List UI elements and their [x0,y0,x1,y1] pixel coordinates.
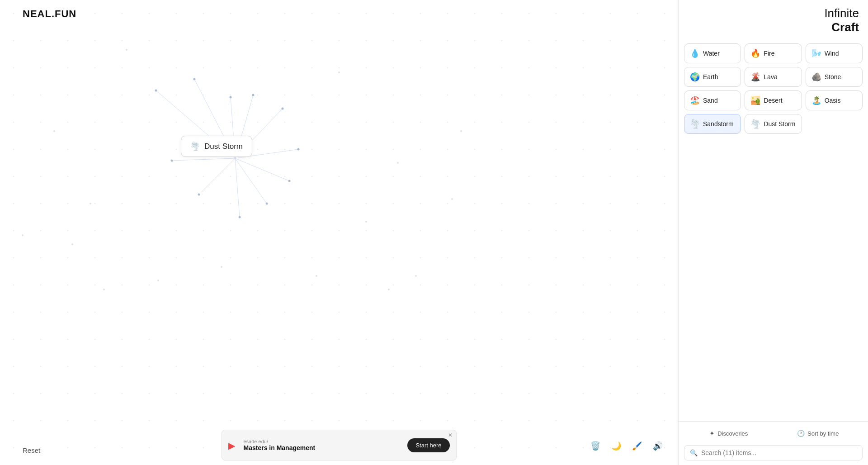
element-btn-oasis[interactable]: 🏝️Oasis [806,90,863,110]
elements-grid: 💧Water🔥Fire🌬️Wind🌍Earth🌋Lava🪨Stone🏖️Sand… [679,39,868,421]
dust-storm-emoji: 🌪️ [190,142,200,151]
svg-point-36 [460,130,462,132]
sidebar: Infinite Craft 💧Water🔥Fire🌬️Wind🌍Earth🌋L… [678,0,868,465]
canvas-area[interactable]: NEAL.FUN [0,0,678,465]
tab-discoveries[interactable]: ✦ Discoveries [684,426,774,441]
oasis-label: Oasis [825,97,841,104]
oasis-emoji: 🏝️ [811,95,821,105]
fire-emoji: 🔥 [750,48,760,58]
element-btn-water[interactable]: 💧Water [684,43,741,63]
svg-line-8 [235,158,289,181]
svg-point-33 [451,198,453,200]
element-btn-sandstorm[interactable]: 🌪️Sandstorm [684,114,741,134]
svg-point-15 [282,108,284,110]
svg-point-31 [415,275,417,277]
sand-label: Sand [703,97,718,104]
delete-icon[interactable]: 🗑️ [589,440,602,452]
desert-label: Desert [764,97,782,104]
svg-line-7 [235,158,240,217]
logo: NEAL.FUN [23,8,76,20]
sound-icon[interactable]: 🔊 [651,440,664,452]
svg-point-35 [388,289,390,290]
svg-point-26 [397,162,399,164]
fire-label: Fire [764,50,774,57]
clock-icon: 🕐 [797,430,805,437]
svg-point-37 [221,266,222,268]
svg-point-22 [53,130,55,132]
svg-point-29 [157,280,159,281]
ad-cta-button[interactable]: Start here [407,438,449,452]
ad-play-icon: ▶ [228,440,238,450]
discoveries-icon: ✦ [709,430,715,437]
dust-storm-label: Dust Storm [764,120,795,128]
sand-emoji: 🏖️ [690,95,700,105]
earth-label: Earth [703,73,718,81]
element-btn-fire[interactable]: 🔥Fire [745,43,802,63]
svg-point-19 [288,180,291,182]
reset-button[interactable]: Reset [23,446,40,454]
element-btn-wind[interactable]: 🌬️Wind [806,43,863,63]
ad-close-button[interactable]: ✕ [448,432,453,438]
sandstorm-emoji: 🌪️ [690,119,700,129]
sandstorm-label: Sandstorm [703,120,734,128]
desert-emoji: 🏜️ [750,95,760,105]
brush-icon[interactable]: 🖌️ [631,440,643,452]
dust-storm-canvas-element[interactable]: 🌪️ Dust Storm [181,136,252,157]
wind-label: Wind [825,50,839,57]
game-title-line1: Infinite [824,6,859,20]
svg-point-13 [252,94,255,96]
svg-line-6 [199,158,235,195]
svg-point-23 [126,49,127,51]
svg-point-32 [22,234,24,236]
earth-emoji: 🌍 [690,72,700,82]
sidebar-bottom: ✦ Discoveries 🕐 Sort by time 🔍 [679,421,868,465]
game-title-line2: Craft [831,20,859,34]
svg-point-28 [71,243,73,245]
ad-text: esade.edu/ Masters in Management [244,439,402,451]
svg-point-25 [338,71,340,73]
svg-point-27 [365,221,367,223]
water-label: Water [703,50,720,57]
svg-point-12 [230,96,232,99]
svg-point-18 [239,216,241,218]
game-title: Infinite Craft [679,0,868,39]
svg-point-16 [171,160,173,162]
search-input[interactable] [701,449,857,456]
ad-title: Masters in Management [244,444,402,451]
svg-line-5 [172,158,235,161]
tab-sort-by-time[interactable]: 🕐 Sort by time [774,426,863,441]
wind-emoji: 🌬️ [811,48,821,58]
dust-storm-label: Dust Storm [204,142,243,151]
svg-line-10 [235,158,267,204]
dust-storm-emoji: 🌪️ [750,119,760,129]
svg-point-11 [193,78,196,81]
toolbar-icons: 🗑️ 🌙 🖌️ 🔊 [589,440,664,452]
element-btn-earth[interactable]: 🌍Earth [684,67,741,87]
svg-point-17 [198,194,200,196]
search-icon: 🔍 [690,449,698,456]
element-btn-stone[interactable]: 🪨Stone [806,67,863,87]
ad-banner: ▶ esade.edu/ Masters in Management Start… [222,430,457,460]
svg-point-20 [297,148,300,151]
stone-label: Stone [825,73,841,81]
tab-sort-label: Sort by time [807,430,839,437]
water-emoji: 💧 [690,48,700,58]
svg-point-14 [155,90,157,92]
tab-discoveries-label: Discoveries [717,430,748,437]
svg-point-21 [266,203,268,205]
svg-point-30 [316,275,317,277]
ad-school: esade.edu/ [244,439,402,444]
search-bar: 🔍 [684,445,863,460]
sidebar-tabs: ✦ Discoveries 🕐 Sort by time [684,426,863,441]
lava-label: Lava [764,73,777,81]
svg-point-34 [103,289,105,290]
element-btn-lava[interactable]: 🌋Lava [745,67,802,87]
stone-emoji: 🪨 [811,72,821,82]
element-btn-sand[interactable]: 🏖️Sand [684,90,741,110]
svg-point-24 [90,203,91,204]
moon-icon[interactable]: 🌙 [610,440,623,452]
element-btn-desert[interactable]: 🏜️Desert [745,90,802,110]
element-btn-dust-storm[interactable]: 🌪️Dust Storm [745,114,802,134]
connections-svg [0,0,678,465]
lava-emoji: 🌋 [750,72,760,82]
